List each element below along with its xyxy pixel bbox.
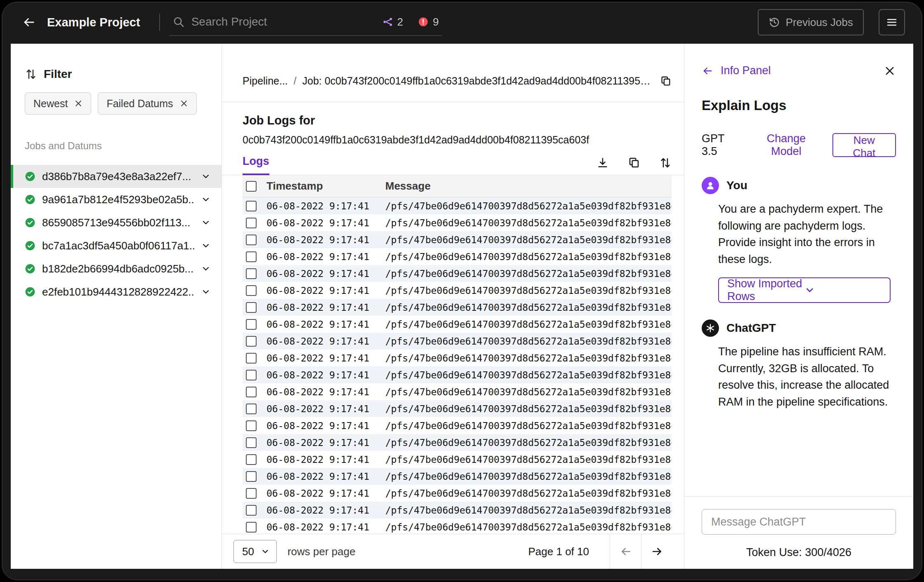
row-checkbox-cell [243,268,266,279]
job-list-item[interactable]: 8659085713e94556bb02f113... [11,211,222,234]
row-checkbox[interactable] [246,218,257,228]
message-text: You are a pachyderm expert. The followin… [718,201,891,268]
model-row: GPT 3.5 Change Model New Chat [684,132,913,158]
chevron-down-icon[interactable] [201,218,211,228]
row-checkbox[interactable] [246,471,257,482]
log-table-row: 06-08-2022 9:17:41 /pfs/47be06d9e6147003… [243,265,672,282]
row-checkbox[interactable] [246,251,257,262]
close-icon[interactable] [180,99,188,108]
close-info-panel-button[interactable] [884,65,896,77]
chip-newest[interactable]: Newest [25,92,91,115]
row-checkbox[interactable] [246,522,257,533]
rows-per-page-label: rows per page [288,545,356,558]
log-message: /pfs/47be06d9e614700397d8d56272a1a5e039d… [385,285,672,296]
new-chat-button[interactable]: New Chat [832,133,896,157]
tab-logs[interactable]: Logs [243,155,269,175]
success-check-icon [25,194,35,205]
job-list-item[interactable]: d386b7b8a79e43e8a3a22ef7... [11,165,222,188]
select-all-checkbox[interactable] [246,181,257,192]
log-table-row: 06-08-2022 9:17:41 /pfs/47be06d9e6147003… [243,417,672,434]
log-job-id: 0c0b743f200c0149ffb1a0c6319abde3f1d42ad9… [243,134,672,146]
chevron-down-icon[interactable] [201,287,211,297]
copy-logs-button[interactable] [628,157,640,169]
job-list-item[interactable]: bc7a1ac3df5a450ab0f06117a1... [11,234,222,257]
row-checkbox[interactable] [246,488,257,499]
next-page-button[interactable] [641,534,672,569]
job-list-item[interactable]: b182de2b66994db6adc0925b... [11,257,222,280]
log-message: /pfs/47be06d9e614700397d8d56272a1a5e039d… [385,471,672,482]
success-check-icon [25,171,35,182]
log-timestamp: 06-08-2022 9:17:41 [266,353,385,364]
row-checkbox[interactable] [246,201,257,211]
chatgpt-avatar [702,319,719,337]
job-list-item[interactable]: e2feb101b9444312828922422... [11,280,222,303]
log-table-row: 06-08-2022 9:17:41 /pfs/47be06d9e6147003… [243,519,672,534]
log-message: /pfs/47be06d9e614700397d8d56272a1a5e039d… [385,437,672,448]
user-avatar [702,177,719,194]
row-checkbox[interactable] [246,437,257,448]
log-message: /pfs/47be06d9e614700397d8d56272a1a5e039d… [385,522,672,533]
row-checkbox[interactable] [246,235,257,245]
log-table-row: 06-08-2022 9:17:41 /pfs/47be06d9e6147003… [243,350,672,366]
row-checkbox[interactable] [246,353,257,364]
log-timestamp: 06-08-2022 9:17:41 [266,471,385,482]
log-timestamp: 06-08-2022 9:17:41 [266,235,385,245]
sort-logs-button[interactable] [659,157,672,169]
pipeline-count: 2 [397,16,403,28]
row-checkbox[interactable] [246,285,257,296]
filter-icon [25,68,37,80]
change-model-link[interactable]: Change Model [752,132,820,158]
chevron-down-icon[interactable] [201,241,211,251]
close-icon[interactable] [74,99,82,108]
chat-message-bot: ChatGPT The pipeline has insufficient RA… [702,319,896,410]
error-icon [418,16,429,27]
menu-button[interactable] [879,9,905,35]
show-imported-rows-dropdown[interactable]: Show Imported Rows [718,277,891,303]
search-input[interactable] [191,15,376,28]
row-checkbox[interactable] [246,370,257,380]
row-checkbox[interactable] [246,387,257,397]
copy-job-id-button[interactable] [653,75,672,87]
pipeline-count-badge[interactable]: 2 [382,16,403,28]
row-checkbox[interactable] [246,302,257,313]
back-button[interactable] [19,12,39,32]
log-rows: 06-08-2022 9:17:41 /pfs/47be06d9e6147003… [243,197,672,534]
info-panel-back-button[interactable]: Info Panel [702,64,771,77]
row-checkbox-cell [243,420,266,431]
main-panel: Pipeline... / Job: 0c0b743f200c0149ffb1a… [222,44,684,569]
row-checkbox[interactable] [246,336,257,347]
job-id: e2feb101b9444312828922422... [42,286,194,298]
pipeline-icon [382,16,393,27]
previous-page-button[interactable] [610,534,641,569]
log-message: /pfs/47be06d9e614700397d8d56272a1a5e039d… [385,201,672,211]
app-window: Example Project 2 9 [2,2,922,580]
filter-header[interactable]: Filter [11,68,222,81]
chevron-down-icon[interactable] [201,171,211,181]
row-checkbox-cell [243,471,266,482]
row-checkbox[interactable] [246,268,257,279]
row-checkbox[interactable] [246,454,257,465]
log-table-row: 06-08-2022 9:17:41 /pfs/47be06d9e6147003… [243,316,672,333]
chevron-down-icon[interactable] [201,264,211,274]
error-count-badge[interactable]: 9 [418,16,438,28]
log-timestamp: 06-08-2022 9:17:41 [266,387,385,397]
chip-failed-datums[interactable]: Failed Datums [98,92,196,115]
log-table-row: 06-08-2022 9:17:41 /pfs/47be06d9e6147003… [243,383,672,400]
chat-message-input[interactable] [702,509,896,535]
previous-jobs-button[interactable]: Previous Jobs [758,9,864,35]
log-timestamp: 06-08-2022 9:17:41 [266,454,385,465]
row-checkbox-cell [243,336,266,347]
breadcrumb-pipeline[interactable]: Pipeline... [243,75,288,87]
download-logs-button[interactable] [596,157,609,169]
row-checkbox[interactable] [246,420,257,431]
row-checkbox[interactable] [246,505,257,516]
row-checkbox[interactable] [246,319,257,330]
chevron-down-icon[interactable] [201,195,211,204]
log-table-row: 06-08-2022 9:17:41 /pfs/47be06d9e6147003… [243,197,672,214]
row-checkbox-cell [243,251,266,262]
job-list-item[interactable]: 9a961a7b812e4f5293be02a5b... [11,188,222,211]
log-table-row: 06-08-2022 9:17:41 /pfs/47be06d9e6147003… [243,400,672,417]
row-checkbox[interactable] [246,404,257,414]
log-message: /pfs/47be06d9e614700397d8d56272a1a5e039d… [385,370,672,380]
rows-per-page-select[interactable]: 50 [233,540,277,563]
